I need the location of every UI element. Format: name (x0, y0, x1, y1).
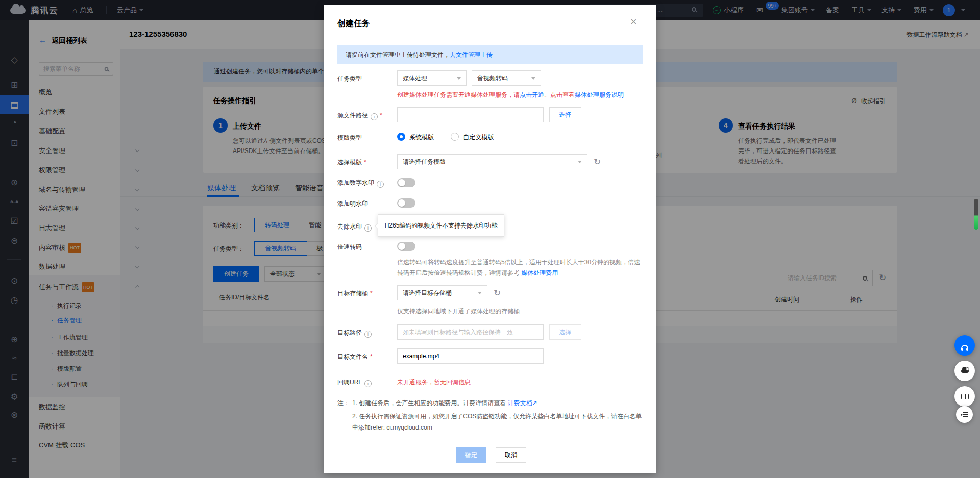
required-mark: * (380, 112, 382, 119)
info-icon[interactable]: i (364, 224, 372, 232)
template-select[interactable]: 请选择任务模版 (397, 154, 587, 169)
select-template-label: 选择模版* (337, 158, 366, 167)
task-type-select-2[interactable]: 音视频转码 (472, 70, 541, 86)
media-fee-link[interactable]: 媒体处理费用 (521, 269, 558, 276)
close-icon[interactable]: × (630, 15, 637, 29)
target-bucket-select[interactable]: 请选择目标存储桶 (397, 285, 487, 300)
info-icon[interactable]: i (364, 331, 372, 338)
target-path-label: 目标路径i (337, 329, 372, 338)
source-path-select-button[interactable]: 选择 (549, 107, 581, 122)
remove-watermark-label: 去除水印i (337, 222, 372, 232)
refresh-template-icon[interactable]: ↻ (594, 157, 601, 167)
info-icon[interactable]: i (377, 181, 384, 188)
target-bucket-label: 目标存储桶* (337, 289, 373, 298)
task-type-select-1[interactable]: 媒体处理 (397, 70, 467, 86)
activate-link[interactable]: 点击开通 (520, 91, 544, 98)
speed-transcode-toggle[interactable] (397, 242, 415, 251)
target-filename-label: 目标文件名* (337, 353, 373, 361)
note-2-line1: 2. 任务执行需保证资源可用，如您开启了COS防盗链功能，仅允许某些白名单地址可… (352, 412, 642, 421)
confirm-button[interactable]: 确定 (456, 447, 486, 463)
template-type-label: 模版类型 (337, 134, 362, 142)
speed-transcode-label: 倍速转码 (337, 243, 362, 251)
template-type-radios: 系统模版 自定义模版 (397, 133, 494, 142)
target-path-select-button[interactable]: 选择 (549, 324, 581, 340)
chevron-down-icon (578, 161, 582, 163)
billing-doc-link[interactable]: 计费文档 (508, 399, 532, 407)
radio-system-template[interactable] (397, 133, 405, 141)
callback-error-text: 未开通服务，暂无回调信息 (397, 378, 471, 387)
chevron-down-icon (478, 292, 482, 294)
chevron-down-icon (457, 77, 461, 80)
customer-service-button[interactable] (954, 335, 975, 356)
feedback-button[interactable] (956, 406, 973, 423)
go-upload-link[interactable]: 去文件管理上传 (450, 51, 493, 59)
visible-watermark-toggle[interactable] (397, 198, 415, 208)
callback-url-label: 回调URLi (337, 378, 372, 387)
scrollbar-thumb[interactable] (974, 199, 978, 230)
cloud-bell-icon (961, 369, 969, 373)
cancel-button[interactable]: 取消 (496, 447, 526, 463)
source-path-label: 源文件路径i* (337, 111, 382, 120)
media-service-warning: 创建媒体处理任务需要开通媒体处理服务，请点击开通。点击查看媒体处理服务说明 (397, 91, 624, 99)
digital-watermark-toggle[interactable] (397, 178, 415, 187)
note-2-line2: 中添加refer: ci.myqcloud.com (352, 423, 432, 432)
modal-info-banner: 请提前在文件管理中上传待处理文件， 去文件管理上传 (337, 45, 643, 64)
app-root: 腾讯云 ⌂ 总览 云产品 ... ∽ 小程序 ✉ 99+ 集团账号 备案 工具 (0, 0, 980, 478)
target-filename-input[interactable] (397, 348, 544, 364)
task-type-label: 任务类型 (337, 74, 362, 83)
feedback-list-icon (961, 412, 968, 417)
create-task-modal: 创建任务 × 请提前在文件管理中上传待处理文件， 去文件管理上传 任务类型 媒体… (324, 5, 656, 473)
required-mark: * (370, 353, 373, 360)
external-link-icon: ↗ (532, 399, 537, 407)
docs-button[interactable] (954, 386, 975, 407)
source-path-input[interactable] (397, 107, 544, 122)
service-doc-link[interactable]: 媒体处理服务说明 (575, 91, 624, 98)
modal-title: 创建任务 (337, 18, 370, 29)
chevron-down-icon (531, 77, 535, 80)
book-icon (961, 394, 969, 399)
info-icon[interactable]: i (371, 113, 378, 120)
speed-transcode-desc: 倍速转码可将转码速度提升至普通转码5倍以上，适用于处理时长大于30分钟的视频，倍… (397, 257, 644, 279)
note-1: 1. 创建任务后，会产生相应的功能费用。计费详情请查看 计费文档↗ (352, 399, 537, 408)
remove-watermark-tooltip: H265编码的视频文件不支持去除水印功能 (378, 214, 504, 237)
headset-icon (961, 345, 968, 349)
info-icon[interactable]: i (364, 380, 372, 387)
visible-watermark-label: 添加明水印 (337, 199, 368, 208)
notes-prefix: 注： (337, 399, 350, 408)
cloud-assistant-button[interactable] (954, 361, 975, 381)
target-path-input[interactable] (397, 324, 544, 340)
radio-custom-template[interactable] (451, 133, 459, 141)
digital-watermark-label: 添加数字水印i (337, 179, 384, 188)
target-bucket-note: 仅支持选择同地域下开通了媒体处理的存储桶 (397, 307, 520, 316)
refresh-bucket-icon[interactable]: ↻ (494, 288, 501, 298)
required-mark: * (364, 159, 366, 166)
required-mark: * (370, 290, 373, 297)
